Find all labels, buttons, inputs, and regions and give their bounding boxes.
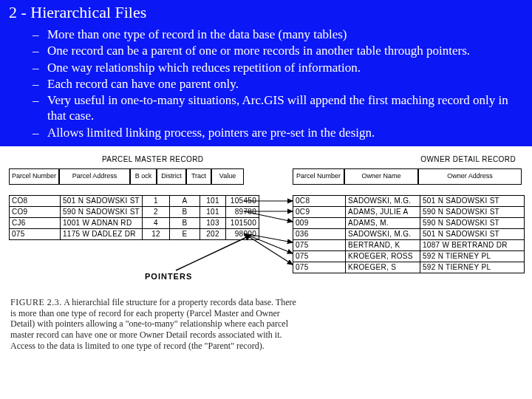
cell: 501 N SADOWSKI ST — [420, 196, 525, 207]
cell: 075 — [10, 229, 61, 240]
table-row: 075 KROEGER, ROSS 592 N TIERNEY PL — [293, 251, 525, 262]
owner-detail-table: 0C8 SADOWSKI, M.G. 501 N SADOWSKI ST 0C9… — [293, 195, 525, 273]
cell: E — [170, 229, 200, 240]
list-item: Allows limited linking process, pointers… — [33, 125, 517, 140]
cell: 1175 W DADLEZ DR — [61, 229, 143, 240]
cell: SADOWSKI, M.G. — [346, 196, 420, 207]
cell: 0C9 — [293, 207, 346, 218]
col-parcel-number: Parcel Number — [9, 168, 59, 185]
cell: 592 N TIERNEY PL — [420, 262, 525, 273]
cell: 4 — [143, 218, 170, 229]
col-tract: Tract — [186, 168, 211, 185]
cell: 592 N TIERNEY PL — [420, 251, 525, 262]
cell: ADAMS, M. — [346, 218, 420, 229]
cell: CJ6 — [10, 218, 61, 229]
figure-caption: FIGURE 2.3. A hierarchial file structure… — [10, 297, 297, 351]
owner-detail-label: OWNER DETAIL RECORD — [420, 155, 516, 163]
cell: KROEGER, S — [346, 262, 420, 273]
cell: 009 — [293, 218, 346, 229]
cell: B — [170, 207, 200, 218]
table-row: CO8 501 N SADOWSKI ST 1 A 101 105450 — [10, 196, 259, 207]
cell: 1 — [143, 196, 170, 207]
parcel-master-table: CO8 501 N SADOWSKI ST 1 A 101 105450 CO9… — [9, 195, 259, 240]
cell: 075 — [293, 262, 346, 273]
cell: 98000 — [226, 229, 259, 240]
page-title: 2 - Hierarchical Files — [9, 3, 523, 22]
cell: 075 — [293, 251, 346, 262]
bullet-list: More than one type of record in the data… — [9, 27, 523, 140]
table-row: 0C8 SADOWSKI, M.G. 501 N SADOWSKI ST — [293, 196, 525, 207]
table-row: CO9 590 N SADOWSKI ST 2 B 101 89780 — [10, 207, 259, 218]
table-row: 075 KROEGER, S 592 N TIERNEY PL — [293, 262, 525, 273]
col-owner-name: Owner Name — [344, 168, 418, 185]
table-row: 036 SADOWSKI, M.G. 501 N SADOWSKI ST — [293, 229, 525, 240]
cell: 075 — [293, 240, 346, 251]
cell: 590 N SADOWSKI ST — [61, 207, 143, 218]
list-item: More than one type of record in the data… — [33, 27, 517, 42]
col-parcel-address: Parcel Address — [59, 168, 130, 185]
svg-line-6 — [176, 235, 251, 270]
diagram-area: PARCEL MASTER RECORD OWNER DETAIL RECORD… — [0, 146, 532, 390]
list-item: Very useful in one-to-many situations, A… — [33, 92, 517, 124]
cell: 101 — [200, 207, 226, 218]
cell: BERTRAND, K — [346, 240, 420, 251]
cell: 103 — [200, 218, 226, 229]
cell: 0C8 — [293, 196, 346, 207]
table-row: 0C9 ADAMS, JULIE A 590 N SADOWSKI ST — [293, 207, 525, 218]
figure-number: FIGURE 2.3. — [10, 297, 62, 307]
table-row: 075 1175 W DADLEZ DR 12 E 202 98000 — [10, 229, 259, 240]
cell: 590 N SADOWSKI ST — [420, 207, 525, 218]
cell: 105450 — [226, 196, 259, 207]
cell: KROEGER, ROSS — [346, 251, 420, 262]
cell: 036 — [293, 229, 346, 240]
header-block: 2 - Hierarchical Files More than one typ… — [0, 0, 532, 146]
cell: 101 — [200, 196, 226, 207]
cell: CO9 — [10, 207, 61, 218]
slide: 2 - Hierarchical Files More than one typ… — [0, 0, 532, 399]
cell: 101500 — [226, 218, 259, 229]
col-district: District — [157, 168, 186, 185]
cell: 12 — [143, 229, 170, 240]
parcel-master-label: PARCEL MASTER RECORD — [102, 155, 203, 163]
cell: 89780 — [226, 207, 259, 218]
table-row: 075 BERTRAND, K 1087 W BERTRAND DR — [293, 240, 525, 251]
list-item: One way relationship which reduces repet… — [33, 60, 517, 75]
cell: A — [170, 196, 200, 207]
col-owner-address: Owner Address — [418, 168, 522, 185]
cell: 202 — [200, 229, 226, 240]
pointers-label: POINTERS — [145, 272, 192, 281]
cell: 590 N SADOWSKI ST — [420, 218, 525, 229]
table-row: 009 ADAMS, M. 590 N SADOWSKI ST — [293, 218, 525, 229]
table-row: CJ6 1001 W ADNAN RD 4 B 103 101500 — [10, 218, 259, 229]
cell: B — [170, 218, 200, 229]
cell: 1001 W ADNAN RD — [61, 218, 143, 229]
col-block: B ock — [130, 168, 157, 185]
cell: 2 — [143, 207, 170, 218]
col-owner-parcel-number: Parcel Number — [293, 168, 344, 185]
cell: 1087 W BERTRAND DR — [420, 240, 525, 251]
list-item: One record can be a parent of one or mor… — [33, 43, 517, 58]
cell: 501 N SADOWSKI ST — [61, 196, 143, 207]
list-item: Each record can have one parent only. — [33, 76, 517, 92]
cell: ADAMS, JULIE A — [346, 207, 420, 218]
cell: CO8 — [10, 196, 61, 207]
cell: 501 N SADOWSKI ST — [420, 229, 525, 240]
cell: SADOWSKI, M.G. — [346, 229, 420, 240]
col-value: Value — [211, 168, 244, 185]
